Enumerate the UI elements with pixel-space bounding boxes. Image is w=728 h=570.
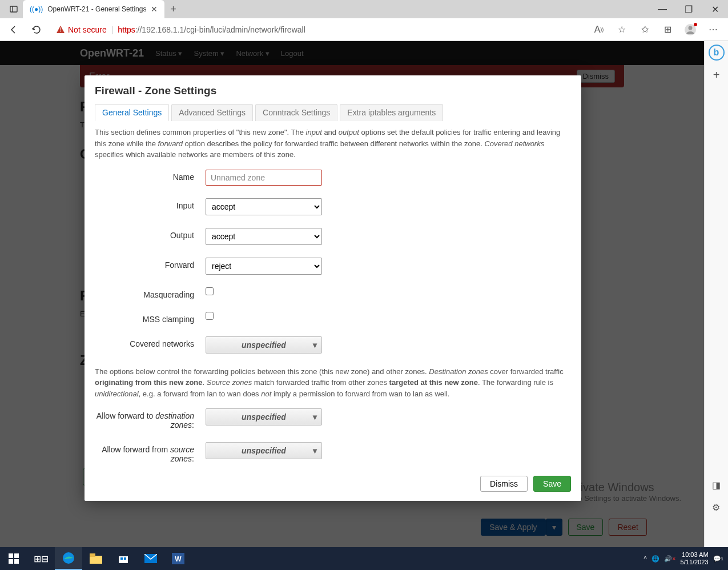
taskbar-word-icon[interactable]: W <box>164 547 192 570</box>
read-aloud-icon[interactable]: A)) <box>589 19 609 40</box>
tray-volume-icon[interactable]: 🔊✕ <box>664 555 676 563</box>
forward-dest-dropdown[interactable]: unspecified <box>206 408 322 426</box>
label-name: Name <box>95 170 206 182</box>
bing-icon[interactable]: b <box>709 45 725 61</box>
profile-icon[interactable] <box>680 19 701 40</box>
windows-taskbar: ⊞⊟ W ^ 🌐 🔊✕ 10:03 AM 5/11/2023 💬1 <box>0 547 728 570</box>
modal-description: This section defines common properties o… <box>95 127 571 160</box>
modal-save-button[interactable]: Save <box>533 476 571 492</box>
svg-rect-6 <box>14 553 19 558</box>
svg-text:W: W <box>175 555 182 563</box>
modal-dismiss-button[interactable]: Dismiss <box>480 476 528 492</box>
svg-rect-7 <box>9 559 13 564</box>
label-forward: Forward <box>95 258 206 270</box>
tab-iptables[interactable]: Extra iptables arguments <box>340 104 443 121</box>
svg-rect-0 <box>10 6 17 12</box>
security-warning: ! Not secure <box>56 25 107 34</box>
label-covered: Covered networks <box>95 336 206 348</box>
url-box[interactable]: ! Not secure | https://192.168.1.1/cgi-b… <box>50 25 584 34</box>
tab-advanced[interactable]: Advanced Settings <box>171 104 253 121</box>
back-button[interactable] <box>5 21 23 39</box>
svg-rect-12 <box>119 556 128 563</box>
svg-point-4 <box>689 26 693 30</box>
favorites-bar-icon[interactable]: ✩ <box>634 19 655 40</box>
forward-src-dropdown[interactable]: unspecified <box>206 442 322 459</box>
svg-rect-8 <box>14 559 19 564</box>
tray-notifications-icon[interactable]: 💬1 <box>713 555 723 563</box>
wifi-icon: ((●)) <box>30 5 43 13</box>
taskbar-mail-icon[interactable] <box>137 547 164 570</box>
browser-tab[interactable]: ((●)) OpenWRT-21 - General Settings ✕ <box>23 0 164 18</box>
label-masq: Masquerading <box>95 287 206 299</box>
address-bar: ! Not secure | https://192.168.1.1/cgi-b… <box>0 18 728 41</box>
label-fwd-src: Allow forward from source zones: <box>95 442 206 463</box>
svg-rect-5 <box>9 553 13 558</box>
forward-select[interactable]: reject <box>206 258 322 275</box>
svg-rect-11 <box>90 553 95 557</box>
zone-settings-modal: Firewall - Zone Settings General Setting… <box>85 75 581 501</box>
menu-icon[interactable]: ⋯ <box>703 19 723 40</box>
covered-networks-dropdown[interactable]: unspecified <box>206 336 322 354</box>
modal-description-2: The options below control the forwarding… <box>95 366 571 400</box>
close-window-button[interactable]: ✕ <box>702 0 728 18</box>
label-mss: MSS clamping <box>95 312 206 324</box>
name-input[interactable] <box>206 170 322 186</box>
close-icon[interactable]: ✕ <box>151 5 158 14</box>
masquerading-checkbox[interactable] <box>206 287 214 295</box>
mss-checkbox[interactable] <box>206 312 214 320</box>
refresh-button[interactable] <box>27 21 46 39</box>
svg-rect-13 <box>120 557 123 560</box>
taskbar-store-icon[interactable] <box>110 547 137 570</box>
label-output: Output <box>95 228 206 240</box>
minimize-button[interactable]: — <box>649 0 675 18</box>
tray-chevron-icon[interactable]: ^ <box>643 555 646 562</box>
input-select[interactable]: accept <box>206 198 322 215</box>
svg-rect-14 <box>124 557 126 560</box>
sidebar-settings-icon[interactable]: ⚙ <box>712 502 721 513</box>
taskbar-explorer-icon[interactable] <box>82 547 110 570</box>
taskbar-edge-icon[interactable] <box>55 547 82 570</box>
tray-network-icon[interactable]: 🌐 <box>651 555 659 563</box>
start-button[interactable] <box>0 547 27 570</box>
collections-icon[interactable]: ⊞ <box>657 19 678 40</box>
svg-rect-10 <box>90 556 102 564</box>
tab-conntrack[interactable]: Conntrack Settings <box>255 104 337 121</box>
sidebar-add-icon[interactable]: + <box>713 69 720 82</box>
new-tab-button[interactable]: + <box>164 3 182 15</box>
tray-clock[interactable]: 10:03 AM 5/11/2023 <box>681 551 709 566</box>
tab-general[interactable]: General Settings <box>95 104 169 121</box>
tab-title: OpenWRT-21 - General Settings <box>47 5 146 13</box>
favorite-icon[interactable]: ☆ <box>612 19 632 40</box>
browser-titlebar: ((●)) OpenWRT-21 - General Settings ✕ + … <box>0 0 728 18</box>
output-select[interactable]: accept <box>206 228 322 245</box>
maximize-button[interactable]: ❐ <box>675 0 702 18</box>
modal-title: Firewall - Zone Settings <box>95 85 571 97</box>
url-text: https://192.168.1.1/cgi-bin/luci/admin/n… <box>118 25 305 34</box>
edge-sidebar: b + ◨ ⚙ <box>704 41 728 547</box>
modal-tabs: General Settings Advanced Settings Connt… <box>95 104 571 121</box>
label-input: Input <box>95 198 206 210</box>
task-view-icon[interactable]: ⊞⊟ <box>27 547 55 570</box>
label-fwd-dest: Allow forward to destination zones: <box>95 408 206 429</box>
svg-text:!: ! <box>60 27 62 33</box>
tab-actions-button[interactable] <box>5 1 23 17</box>
sidebar-toggle-icon[interactable]: ◨ <box>712 480 721 491</box>
